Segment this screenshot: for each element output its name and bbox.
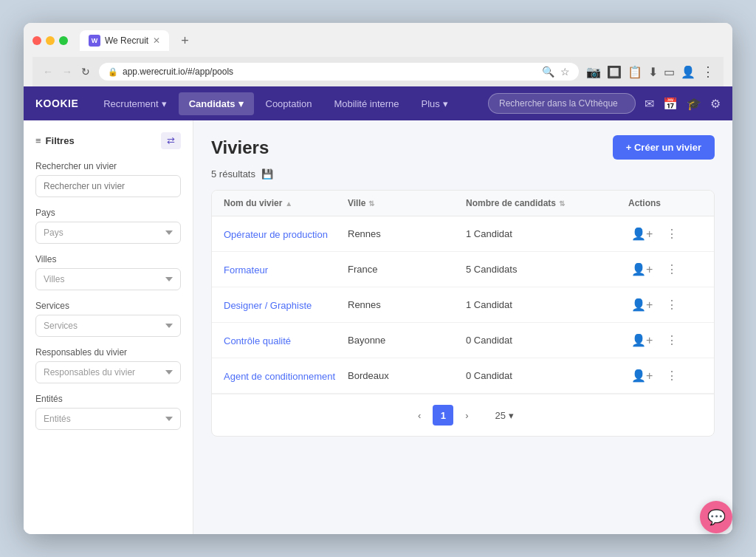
cell-count-1: 1 Candidat xyxy=(466,228,628,239)
browser-chrome: W We Recruit ✕ + ← → ↻ 🔒 app.werecruit.i… xyxy=(24,23,732,86)
save-filter-icon[interactable]: 💾 xyxy=(261,168,273,180)
responsables-select[interactable]: Responsables du vivier xyxy=(35,361,181,383)
browser-tab[interactable]: W We Recruit ✕ xyxy=(80,30,169,51)
filtres-label: ≡ Filtres xyxy=(35,135,75,146)
reload-button[interactable]: ↻ xyxy=(80,64,92,79)
camera-icon[interactable]: 📷 xyxy=(586,65,601,79)
cell-name-2: Formateur xyxy=(224,264,348,276)
vivier-search-input[interactable] xyxy=(35,175,181,197)
create-vivier-button[interactable]: + Créer un vivier xyxy=(613,135,715,160)
cell-name-1: Opérateur de production xyxy=(224,228,348,240)
sort-icon-name[interactable]: ▲ xyxy=(285,199,292,208)
table-row: Formateur France 5 Candidats 👤+ ⋮ xyxy=(212,252,714,287)
more-actions-button-3[interactable]: ⋮ xyxy=(663,296,681,313)
sort-icon-count[interactable]: ⇅ xyxy=(559,199,565,208)
cell-city-3: Rennes xyxy=(348,299,466,310)
cell-city-2: France xyxy=(348,264,466,275)
more-actions-button-1[interactable]: ⋮ xyxy=(663,225,681,242)
add-candidate-button-4[interactable]: 👤+ xyxy=(628,332,656,349)
filter-reset-button[interactable]: ⇄ xyxy=(161,132,181,149)
nav-items: Recrutement ▾ Candidats ▾ Cooptation Mob… xyxy=(93,92,488,115)
chevron-down-icon: ▾ xyxy=(162,98,167,109)
next-page-button[interactable]: › xyxy=(459,407,474,424)
clipboard-icon[interactable]: 📋 xyxy=(628,65,642,79)
nav-item-cooptation[interactable]: Cooptation xyxy=(255,92,323,115)
table-row: Opérateur de production Rennes 1 Candida… xyxy=(212,216,714,252)
pays-select[interactable]: Pays xyxy=(35,222,181,244)
lock-icon: 🔒 xyxy=(108,67,118,77)
th-name: Nom du vivier ▲ xyxy=(224,198,348,208)
nav-item-candidats[interactable]: Candidats ▾ xyxy=(179,92,254,115)
villes-select[interactable]: Villes xyxy=(35,268,181,290)
sidebar-header: ≡ Filtres ⇄ xyxy=(35,132,181,149)
chat-fab-button[interactable]: 💬 xyxy=(700,501,732,533)
back-button[interactable]: ← xyxy=(41,64,55,79)
cell-actions-1: 👤+ ⋮ xyxy=(628,225,702,242)
sidebar-entites: Entités Entités xyxy=(35,394,181,430)
search-address-icon[interactable]: 🔍 xyxy=(542,66,554,78)
address-icons: 🔍 ☆ xyxy=(542,66,570,78)
table-row: Contrôle qualité Bayonne 0 Candidat 👤+ ⋮ xyxy=(212,323,714,358)
download-icon[interactable]: ⬇ xyxy=(648,65,658,79)
nav-buttons: ← → ↻ xyxy=(41,64,92,79)
cvtheque-search-input[interactable] xyxy=(488,93,636,114)
current-page[interactable]: 1 xyxy=(433,405,453,426)
sidebar-services: Services Services xyxy=(35,301,181,337)
tab-favicon: W xyxy=(89,35,100,47)
add-candidate-button-2[interactable]: 👤+ xyxy=(628,261,656,278)
more-actions-button-4[interactable]: ⋮ xyxy=(663,332,681,349)
sidebar-search-vivier: Rechercher un vivier xyxy=(35,161,181,197)
close-dot[interactable] xyxy=(32,36,41,45)
chevron-down-icon: ▾ xyxy=(509,410,514,421)
entites-select[interactable]: Entités xyxy=(35,408,181,430)
sidebar: ≡ Filtres ⇄ Rechercher un vivier Pays Pa… xyxy=(24,120,193,534)
table-row: Designer / Graphiste Rennes 1 Candidat 👤… xyxy=(212,287,714,323)
browser-titlebar: W We Recruit ✕ + xyxy=(32,30,724,51)
prev-page-button[interactable]: ‹ xyxy=(412,407,427,424)
url-display: app.werecruit.io/#/app/pools xyxy=(123,66,537,77)
address-box[interactable]: 🔒 app.werecruit.io/#/app/pools 🔍 ☆ xyxy=(99,63,579,81)
forward-button[interactable]: → xyxy=(61,64,74,79)
extension-icon[interactable]: 🔲 xyxy=(607,65,622,79)
sidebar-pays: Pays Pays xyxy=(35,208,181,244)
cell-city-1: Rennes xyxy=(348,228,466,239)
bookmark-icon[interactable]: ☆ xyxy=(560,66,570,78)
more-actions-button-5[interactable]: ⋮ xyxy=(663,367,681,384)
maximize-dot[interactable] xyxy=(59,36,68,45)
cell-count-3: 1 Candidat xyxy=(466,299,628,310)
cell-count-2: 5 Candidats xyxy=(466,264,628,275)
add-candidate-button-3[interactable]: 👤+ xyxy=(628,296,656,313)
profile-icon[interactable]: 👤 xyxy=(681,65,695,79)
browser-dots xyxy=(32,36,68,45)
minimize-dot[interactable] xyxy=(46,36,55,45)
sidebar-villes: Villes Villes xyxy=(35,254,181,290)
more-actions-button-2[interactable]: ⋮ xyxy=(663,261,681,278)
page-header: Viviers + Créer un vivier xyxy=(211,135,715,160)
nav-item-recrutement[interactable]: Recrutement ▾ xyxy=(93,92,176,115)
pagination: ‹ 1 › 25 ▾ xyxy=(212,394,714,436)
app-body: ≡ Filtres ⇄ Rechercher un vivier Pays Pa… xyxy=(24,120,732,534)
address-bar: ← → ↻ 🔒 app.werecruit.io/#/app/pools 🔍 ☆… xyxy=(32,57,724,86)
cell-count-4: 0 Candidat xyxy=(466,335,628,346)
tab-close-icon[interactable]: ✕ xyxy=(153,35,160,46)
graduation-icon[interactable]: 🎓 xyxy=(687,97,701,111)
app-nav: KOOKIE Recrutement ▾ Candidats ▾ Cooptat… xyxy=(24,86,732,120)
nav-item-plus[interactable]: Plus ▾ xyxy=(411,92,458,115)
mail-icon[interactable]: ✉ xyxy=(645,97,654,111)
layout-icon[interactable]: ▭ xyxy=(664,65,675,79)
sort-icon-city[interactable]: ⇅ xyxy=(368,199,374,208)
per-page-selector[interactable]: 25 ▾ xyxy=(495,410,514,421)
add-candidate-button-5[interactable]: 👤+ xyxy=(628,367,656,384)
results-row: 5 résultats 💾 xyxy=(211,168,715,180)
th-count: Nombre de candidats ⇅ xyxy=(466,198,628,208)
nav-item-mobilite[interactable]: Mobilité interne xyxy=(323,92,409,115)
add-candidate-button-1[interactable]: 👤+ xyxy=(628,225,656,242)
new-tab-button[interactable]: + xyxy=(178,33,192,49)
cell-name-5: Agent de conditionnement xyxy=(224,370,348,382)
cell-actions-2: 👤+ ⋮ xyxy=(628,261,702,278)
cell-city-4: Bayonne xyxy=(348,335,466,346)
settings-icon[interactable]: ⚙ xyxy=(710,97,721,111)
services-select[interactable]: Services xyxy=(35,315,181,337)
more-options-icon[interactable]: ⋮ xyxy=(701,64,715,80)
calendar-icon[interactable]: 📅 xyxy=(663,97,678,111)
